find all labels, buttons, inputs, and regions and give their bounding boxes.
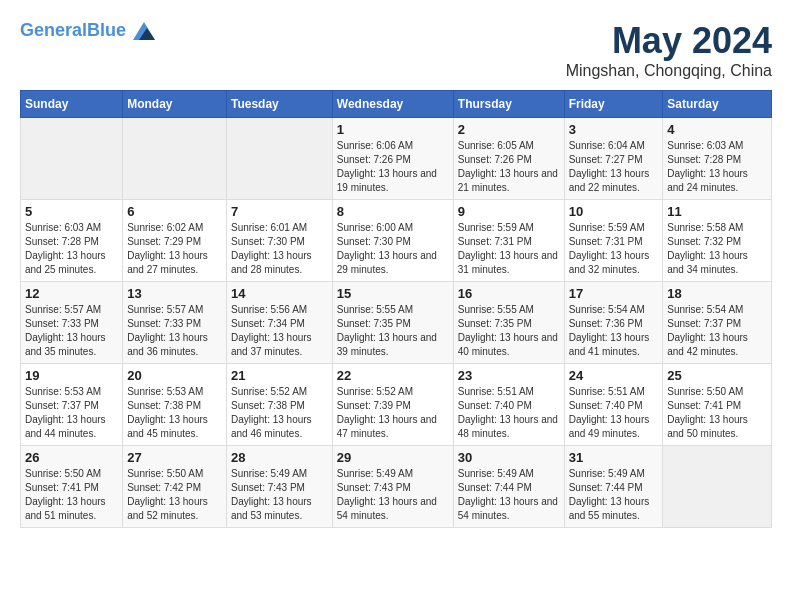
day-number: 11 [667, 204, 767, 219]
calendar-cell: 24Sunrise: 5:51 AM Sunset: 7:40 PM Dayli… [564, 364, 663, 446]
day-info: Sunrise: 5:52 AM Sunset: 7:39 PM Dayligh… [337, 385, 449, 441]
weekday-header: Wednesday [332, 91, 453, 118]
day-number: 20 [127, 368, 222, 383]
day-info: Sunrise: 6:01 AM Sunset: 7:30 PM Dayligh… [231, 221, 328, 277]
calendar-cell: 13Sunrise: 5:57 AM Sunset: 7:33 PM Dayli… [123, 282, 227, 364]
logo-line1: General [20, 20, 87, 40]
day-info: Sunrise: 5:53 AM Sunset: 7:37 PM Dayligh… [25, 385, 118, 441]
calendar-cell: 18Sunrise: 5:54 AM Sunset: 7:37 PM Dayli… [663, 282, 772, 364]
day-info: Sunrise: 6:05 AM Sunset: 7:26 PM Dayligh… [458, 139, 560, 195]
day-info: Sunrise: 5:51 AM Sunset: 7:40 PM Dayligh… [458, 385, 560, 441]
calendar-cell [227, 118, 333, 200]
calendar-body: 1Sunrise: 6:06 AM Sunset: 7:26 PM Daylig… [21, 118, 772, 528]
calendar-cell: 19Sunrise: 5:53 AM Sunset: 7:37 PM Dayli… [21, 364, 123, 446]
day-info: Sunrise: 6:06 AM Sunset: 7:26 PM Dayligh… [337, 139, 449, 195]
calendar-cell: 6Sunrise: 6:02 AM Sunset: 7:29 PM Daylig… [123, 200, 227, 282]
calendar-header: SundayMondayTuesdayWednesdayThursdayFrid… [21, 91, 772, 118]
day-number: 23 [458, 368, 560, 383]
calendar-week-row: 1Sunrise: 6:06 AM Sunset: 7:26 PM Daylig… [21, 118, 772, 200]
day-info: Sunrise: 5:50 AM Sunset: 7:41 PM Dayligh… [25, 467, 118, 523]
calendar-cell: 1Sunrise: 6:06 AM Sunset: 7:26 PM Daylig… [332, 118, 453, 200]
calendar-cell: 9Sunrise: 5:59 AM Sunset: 7:31 PM Daylig… [453, 200, 564, 282]
weekday-header: Saturday [663, 91, 772, 118]
calendar-week-row: 19Sunrise: 5:53 AM Sunset: 7:37 PM Dayli… [21, 364, 772, 446]
calendar-cell: 4Sunrise: 6:03 AM Sunset: 7:28 PM Daylig… [663, 118, 772, 200]
day-number: 12 [25, 286, 118, 301]
day-info: Sunrise: 5:57 AM Sunset: 7:33 PM Dayligh… [127, 303, 222, 359]
weekday-header: Thursday [453, 91, 564, 118]
day-info: Sunrise: 5:54 AM Sunset: 7:37 PM Dayligh… [667, 303, 767, 359]
calendar-cell: 8Sunrise: 6:00 AM Sunset: 7:30 PM Daylig… [332, 200, 453, 282]
day-number: 10 [569, 204, 659, 219]
calendar-week-row: 26Sunrise: 5:50 AM Sunset: 7:41 PM Dayli… [21, 446, 772, 528]
day-number: 1 [337, 122, 449, 137]
calendar-cell: 15Sunrise: 5:55 AM Sunset: 7:35 PM Dayli… [332, 282, 453, 364]
day-number: 22 [337, 368, 449, 383]
day-info: Sunrise: 6:03 AM Sunset: 7:28 PM Dayligh… [667, 139, 767, 195]
page-header: GeneralBlue May 2024 Mingshan, Chongqing… [20, 20, 772, 80]
day-info: Sunrise: 5:50 AM Sunset: 7:42 PM Dayligh… [127, 467, 222, 523]
weekday-header: Sunday [21, 91, 123, 118]
day-info: Sunrise: 5:57 AM Sunset: 7:33 PM Dayligh… [25, 303, 118, 359]
weekday-row: SundayMondayTuesdayWednesdayThursdayFrid… [21, 91, 772, 118]
calendar-cell: 7Sunrise: 6:01 AM Sunset: 7:30 PM Daylig… [227, 200, 333, 282]
calendar-cell: 12Sunrise: 5:57 AM Sunset: 7:33 PM Dayli… [21, 282, 123, 364]
calendar-cell: 2Sunrise: 6:05 AM Sunset: 7:26 PM Daylig… [453, 118, 564, 200]
calendar-cell: 23Sunrise: 5:51 AM Sunset: 7:40 PM Dayli… [453, 364, 564, 446]
calendar-cell: 22Sunrise: 5:52 AM Sunset: 7:39 PM Dayli… [332, 364, 453, 446]
logo: GeneralBlue [20, 20, 155, 42]
day-number: 30 [458, 450, 560, 465]
day-info: Sunrise: 5:53 AM Sunset: 7:38 PM Dayligh… [127, 385, 222, 441]
calendar-cell: 3Sunrise: 6:04 AM Sunset: 7:27 PM Daylig… [564, 118, 663, 200]
day-info: Sunrise: 5:59 AM Sunset: 7:31 PM Dayligh… [569, 221, 659, 277]
day-number: 7 [231, 204, 328, 219]
calendar-week-row: 5Sunrise: 6:03 AM Sunset: 7:28 PM Daylig… [21, 200, 772, 282]
day-number: 29 [337, 450, 449, 465]
calendar-cell: 30Sunrise: 5:49 AM Sunset: 7:44 PM Dayli… [453, 446, 564, 528]
day-number: 13 [127, 286, 222, 301]
calendar-cell: 11Sunrise: 5:58 AM Sunset: 7:32 PM Dayli… [663, 200, 772, 282]
day-number: 17 [569, 286, 659, 301]
calendar-cell [21, 118, 123, 200]
day-number: 2 [458, 122, 560, 137]
logo-line2: Blue [87, 20, 126, 40]
calendar-table: SundayMondayTuesdayWednesdayThursdayFrid… [20, 90, 772, 528]
day-info: Sunrise: 5:52 AM Sunset: 7:38 PM Dayligh… [231, 385, 328, 441]
calendar-cell: 31Sunrise: 5:49 AM Sunset: 7:44 PM Dayli… [564, 446, 663, 528]
day-info: Sunrise: 5:51 AM Sunset: 7:40 PM Dayligh… [569, 385, 659, 441]
calendar-cell: 16Sunrise: 5:55 AM Sunset: 7:35 PM Dayli… [453, 282, 564, 364]
day-info: Sunrise: 5:49 AM Sunset: 7:44 PM Dayligh… [458, 467, 560, 523]
calendar-cell: 20Sunrise: 5:53 AM Sunset: 7:38 PM Dayli… [123, 364, 227, 446]
calendar-cell [123, 118, 227, 200]
day-number: 16 [458, 286, 560, 301]
calendar-cell: 25Sunrise: 5:50 AM Sunset: 7:41 PM Dayli… [663, 364, 772, 446]
day-info: Sunrise: 6:04 AM Sunset: 7:27 PM Dayligh… [569, 139, 659, 195]
day-number: 25 [667, 368, 767, 383]
day-number: 9 [458, 204, 560, 219]
day-number: 5 [25, 204, 118, 219]
logo-icon [133, 22, 155, 40]
month-title: May 2024 [566, 20, 772, 62]
calendar-cell: 29Sunrise: 5:49 AM Sunset: 7:43 PM Dayli… [332, 446, 453, 528]
calendar-cell: 28Sunrise: 5:49 AM Sunset: 7:43 PM Dayli… [227, 446, 333, 528]
day-info: Sunrise: 5:55 AM Sunset: 7:35 PM Dayligh… [337, 303, 449, 359]
day-info: Sunrise: 5:49 AM Sunset: 7:43 PM Dayligh… [337, 467, 449, 523]
calendar-cell: 21Sunrise: 5:52 AM Sunset: 7:38 PM Dayli… [227, 364, 333, 446]
day-number: 3 [569, 122, 659, 137]
day-number: 18 [667, 286, 767, 301]
calendar-cell: 26Sunrise: 5:50 AM Sunset: 7:41 PM Dayli… [21, 446, 123, 528]
calendar-cell [663, 446, 772, 528]
day-info: Sunrise: 5:50 AM Sunset: 7:41 PM Dayligh… [667, 385, 767, 441]
weekday-header: Friday [564, 91, 663, 118]
day-info: Sunrise: 6:00 AM Sunset: 7:30 PM Dayligh… [337, 221, 449, 277]
day-number: 27 [127, 450, 222, 465]
logo-text: GeneralBlue [20, 20, 155, 42]
calendar-cell: 27Sunrise: 5:50 AM Sunset: 7:42 PM Dayli… [123, 446, 227, 528]
day-info: Sunrise: 5:49 AM Sunset: 7:44 PM Dayligh… [569, 467, 659, 523]
day-number: 6 [127, 204, 222, 219]
calendar-cell: 14Sunrise: 5:56 AM Sunset: 7:34 PM Dayli… [227, 282, 333, 364]
day-number: 15 [337, 286, 449, 301]
day-number: 19 [25, 368, 118, 383]
day-info: Sunrise: 5:56 AM Sunset: 7:34 PM Dayligh… [231, 303, 328, 359]
calendar-cell: 17Sunrise: 5:54 AM Sunset: 7:36 PM Dayli… [564, 282, 663, 364]
